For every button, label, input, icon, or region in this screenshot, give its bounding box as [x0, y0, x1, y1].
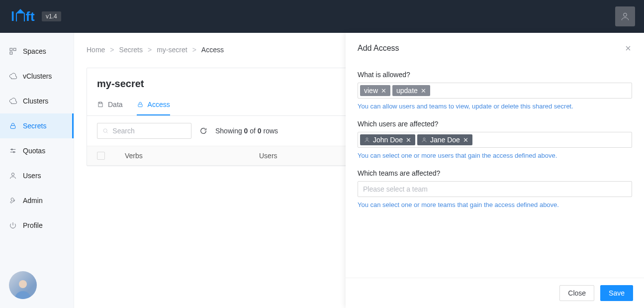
- teams-label: Which teams are affected?: [358, 169, 632, 177]
- spaces-icon: [9, 47, 17, 55]
- teams-help: You can select one or more teams that ga…: [358, 201, 632, 208]
- user-menu-button[interactable]: [615, 6, 635, 26]
- row-suffix: rows: [262, 127, 278, 135]
- tag-remove[interactable]: ✕: [421, 87, 426, 95]
- drawer-header: Add Access: [346, 33, 644, 58]
- row-summary: Showing 0 of 0 rows: [215, 127, 278, 135]
- sidebar-item-label: Admin: [23, 197, 43, 205]
- search-box[interactable]: [97, 123, 191, 139]
- save-button[interactable]: Save: [600, 285, 633, 301]
- allowed-input[interactable]: view ✕ update ✕: [358, 83, 632, 99]
- tag-label: John Doe: [373, 136, 403, 144]
- sidebar-item-secrets[interactable]: Secrets: [0, 113, 74, 138]
- person-icon: [364, 137, 370, 143]
- breadcrumb-sep: >: [110, 46, 114, 54]
- close-icon: [624, 44, 632, 52]
- sliders-icon: [9, 147, 17, 155]
- tab-label: Data: [108, 101, 123, 108]
- allowed-tag-view[interactable]: view ✕: [360, 85, 390, 96]
- svg-rect-4: [10, 125, 15, 128]
- sidebar-item-clusters[interactable]: Clusters: [0, 89, 74, 113]
- drawer-close-button[interactable]: [624, 44, 632, 52]
- wrench-icon: [9, 197, 17, 205]
- users-input[interactable]: John Doe ✕ Jane Doe ✕: [358, 132, 632, 148]
- search-icon: [102, 127, 108, 134]
- avatar-icon: [11, 275, 35, 299]
- sidebar-item-admin[interactable]: Admin: [0, 188, 74, 213]
- svg-point-0: [624, 13, 627, 16]
- row-mid: of: [248, 127, 257, 135]
- sidebar-item-label: Spaces: [23, 47, 46, 55]
- sidebar-item-quotas[interactable]: Quotas: [0, 138, 74, 163]
- allowed-tag-update[interactable]: update ✕: [392, 85, 430, 96]
- cloud-icon: [9, 97, 17, 105]
- select-all-checkbox[interactable]: [97, 152, 105, 160]
- current-user-avatar[interactable]: [9, 271, 37, 299]
- svg-rect-10: [138, 104, 142, 106]
- tag-remove[interactable]: ✕: [406, 136, 411, 144]
- logo: lft: [11, 9, 35, 24]
- tab-label: Access: [148, 101, 170, 108]
- svg-rect-9: [99, 102, 102, 103]
- breadcrumb-home[interactable]: Home: [87, 46, 105, 54]
- search-input[interactable]: [112, 127, 186, 135]
- person-icon: [421, 137, 427, 143]
- sidebar-item-vclusters[interactable]: vClusters: [0, 64, 74, 89]
- tag-remove[interactable]: ✕: [381, 87, 386, 95]
- lock-icon: [9, 122, 17, 130]
- power-icon: [9, 221, 17, 229]
- sidebar-item-profile[interactable]: Profile: [0, 213, 74, 238]
- drawer-body: What is allowed? view ✕ update ✕ You can…: [346, 58, 644, 278]
- users-group: Which users are affected? John Doe ✕ Jan…: [358, 120, 632, 159]
- svg-rect-1: [10, 48, 12, 51]
- teams-input[interactable]: [358, 181, 632, 197]
- teams-ghost-input[interactable]: [360, 183, 630, 195]
- nav: Spaces vClusters Clusters Secrets Quotas…: [0, 33, 74, 238]
- user-tag-jane[interactable]: Jane Doe ✕: [417, 134, 472, 145]
- close-button[interactable]: Close: [559, 285, 594, 301]
- version-badge: v1.4: [42, 11, 61, 21]
- tab-access[interactable]: Access: [137, 95, 170, 115]
- topbar-right: [615, 6, 635, 26]
- sidebar: Spaces vClusters Clusters Secrets Quotas…: [0, 33, 74, 308]
- sidebar-item-label: vClusters: [23, 72, 52, 80]
- logo-o-icon: [16, 12, 25, 21]
- breadcrumb-current: Access: [201, 46, 224, 54]
- topbar-left: lft v1.4: [11, 9, 61, 24]
- add-access-drawer: Add Access What is allowed? view ✕ updat…: [346, 33, 644, 308]
- column-users[interactable]: Users: [259, 152, 277, 160]
- drawer-title: Add Access: [358, 44, 399, 53]
- svg-rect-2: [13, 48, 16, 51]
- sidebar-item-users[interactable]: Users: [0, 163, 74, 188]
- sidebar-item-spaces[interactable]: Spaces: [0, 39, 74, 64]
- breadcrumb-secrets[interactable]: Secrets: [119, 46, 143, 54]
- sidebar-item-label: Profile: [23, 221, 43, 229]
- row-prefix: Showing: [215, 127, 244, 135]
- sidebar-item-label: Quotas: [23, 147, 45, 155]
- svg-point-11: [103, 129, 107, 132]
- sidebar-item-label: Secrets: [23, 122, 46, 130]
- column-verbs[interactable]: Verbs: [125, 152, 239, 160]
- sidebar-item-label: Clusters: [23, 97, 48, 105]
- lock-icon: [137, 101, 144, 108]
- user-tag-john[interactable]: John Doe ✕: [360, 134, 415, 145]
- tab-data[interactable]: Data: [97, 95, 123, 115]
- tag-label: Jane Doe: [430, 136, 460, 144]
- users-ghost-input[interactable]: [474, 134, 630, 146]
- teams-group: Which teams are affected? You can select…: [358, 169, 632, 208]
- allowed-group: What is allowed? view ✕ update ✕ You can…: [358, 71, 632, 110]
- reload-button[interactable]: [199, 127, 207, 135]
- breadcrumb-secret[interactable]: my-secret: [157, 46, 187, 54]
- breadcrumb-sep: >: [148, 46, 152, 54]
- topbar: lft v1.4: [0, 0, 644, 33]
- drawer-footer: Close Save: [346, 278, 644, 308]
- tag-label: view: [364, 87, 378, 95]
- tag-remove[interactable]: ✕: [463, 136, 468, 144]
- sidebar-item-label: Users: [23, 172, 41, 180]
- row-total: 0: [258, 127, 262, 135]
- allowed-help: You can allow users and teams to view, u…: [358, 103, 632, 110]
- svg-rect-3: [10, 52, 12, 54]
- svg-point-8: [19, 280, 27, 288]
- tag-label: update: [396, 87, 418, 95]
- allowed-ghost-input[interactable]: [432, 85, 630, 97]
